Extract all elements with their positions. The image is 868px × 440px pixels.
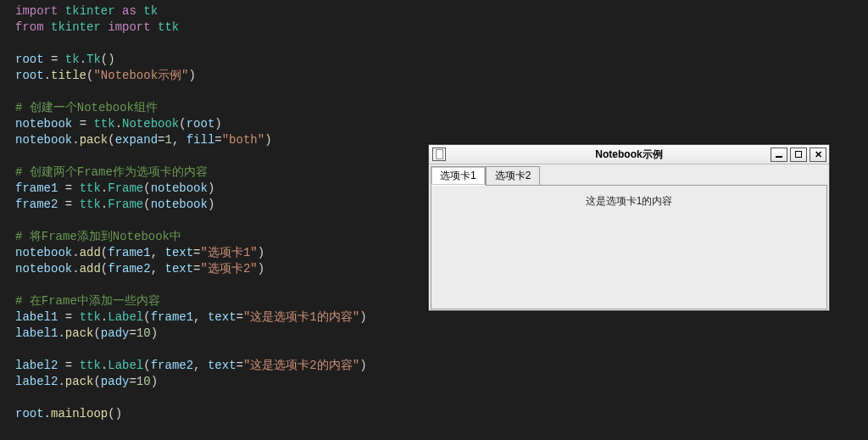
- var-root: root: [15, 53, 44, 66]
- window-titlebar[interactable]: Notebook示例: [429, 145, 829, 164]
- minimize-button[interactable]: [771, 148, 787, 162]
- content-label: 这是选项卡1的内容: [586, 194, 673, 309]
- maximize-button[interactable]: [790, 148, 807, 162]
- string-literal: "这是选项卡1的内容": [243, 310, 359, 324]
- string-literal: "选项卡1": [201, 246, 258, 259]
- kwarg-pady: pady: [101, 326, 130, 340]
- comment: # 创建一个Notebook组件: [15, 101, 158, 114]
- number-literal: 10: [136, 326, 151, 340]
- tk-window[interactable]: Notebook示例 选项卡1 选项卡2 这是选项卡1的内容: [428, 144, 830, 311]
- var-notebook: notebook: [15, 262, 72, 276]
- string-literal: "选项卡2": [201, 262, 258, 276]
- arg-notebook: notebook: [151, 181, 208, 195]
- notebook-tabs: 选项卡1 选项卡2: [429, 164, 829, 186]
- kwarg-expand: expand: [115, 133, 158, 147]
- method-mainloop: mainloop: [51, 407, 108, 421]
- method-pack: pack: [65, 326, 94, 340]
- window-controls: [771, 148, 829, 162]
- string-literal: "这是选项卡2的内容": [243, 359, 359, 372]
- window-client: 选项卡1 选项卡2 这是选项卡1的内容: [429, 164, 829, 311]
- keyword-as: as: [122, 4, 136, 18]
- window-title: Notebook示例: [429, 148, 829, 162]
- var-frame2: frame2: [15, 198, 58, 211]
- method-add: add: [80, 246, 101, 259]
- arg-notebook: notebook: [151, 198, 208, 211]
- kwarg-text: text: [164, 246, 193, 259]
- number-literal: 1: [164, 133, 171, 147]
- arg-frame2: frame2: [108, 262, 150, 276]
- var-frame1: frame1: [15, 181, 58, 195]
- string-literal: "both": [222, 133, 264, 147]
- var-label1: label1: [15, 310, 58, 324]
- arg-frame1: frame1: [108, 246, 150, 259]
- arg-root: root: [186, 117, 215, 131]
- close-button[interactable]: [810, 148, 826, 162]
- var-notebook: notebook: [15, 117, 72, 131]
- method-pack: pack: [80, 133, 108, 147]
- comment: # 将Frame添加到Notebook中: [15, 230, 181, 243]
- kwarg-text: text: [208, 310, 236, 324]
- var-notebook: notebook: [15, 246, 72, 259]
- arg-frame2: frame2: [151, 359, 193, 372]
- method-pack: pack: [65, 375, 94, 388]
- ref-ttk: ttk: [80, 310, 101, 324]
- tab-1[interactable]: 选项卡1: [431, 166, 486, 186]
- module-ttk: ttk: [158, 20, 179, 34]
- arg-frame1: frame1: [151, 310, 193, 324]
- string-literal: "Notebook示例": [93, 69, 188, 82]
- ref-tk: tk: [65, 53, 80, 66]
- class-notebook: Notebook: [122, 117, 179, 131]
- var-label2: label2: [15, 359, 58, 372]
- number-literal: 10: [136, 375, 151, 388]
- ref-ttk: ttk: [93, 117, 114, 131]
- module-tkinter: tkinter: [51, 20, 101, 34]
- class-frame: Frame: [108, 198, 143, 211]
- comment: # 创建两个Frame作为选项卡的内容: [15, 165, 208, 179]
- var-notebook: notebook: [15, 133, 72, 147]
- tab-content: 这是选项卡1的内容: [431, 185, 827, 309]
- class-frame: Frame: [108, 181, 143, 195]
- kwarg-text: text: [164, 262, 193, 276]
- kwarg-pady: pady: [101, 375, 130, 388]
- app-icon: [432, 148, 446, 161]
- class-label: Label: [108, 310, 143, 324]
- keyword-import: import: [15, 4, 58, 18]
- tab-2[interactable]: 选项卡2: [486, 166, 541, 186]
- class-label: Label: [108, 359, 143, 372]
- var-root: root: [15, 407, 44, 421]
- ref-ttk: ttk: [80, 198, 101, 211]
- keyword-from: from: [15, 20, 44, 34]
- comment: # 在Frame中添加一些内容: [15, 294, 160, 308]
- class-tk: Tk: [86, 53, 101, 66]
- ref-ttk: ttk: [80, 359, 101, 372]
- method-add: add: [80, 262, 101, 276]
- module-tkinter: tkinter: [65, 4, 115, 18]
- var-label1: label1: [15, 326, 58, 340]
- kwarg-text: text: [208, 359, 236, 372]
- alias-tk: tk: [143, 4, 158, 18]
- var-label2: label2: [15, 375, 58, 388]
- ref-ttk: ttk: [80, 181, 101, 195]
- kwarg-fill: fill: [186, 133, 215, 147]
- keyword-import: import: [108, 20, 150, 34]
- method-title: title: [51, 69, 86, 82]
- var-root: root: [15, 69, 44, 82]
